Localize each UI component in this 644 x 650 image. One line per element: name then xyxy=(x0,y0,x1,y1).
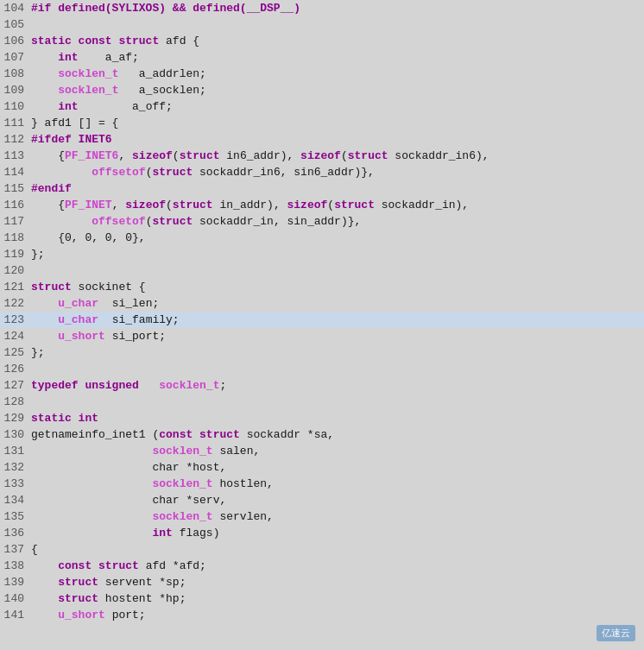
code-token: hostlen, xyxy=(213,477,274,490)
line-number: 133 xyxy=(0,476,31,492)
code-token: u_char xyxy=(58,297,98,310)
code-content: offsetof(struct sockaddr_in6, sin6_addr)… xyxy=(31,164,644,180)
line-number: 110 xyxy=(0,98,31,115)
code-token: sockaddr_in6, sin6_addr)}, xyxy=(193,166,375,179)
code-content: socklen_t hostlen, xyxy=(31,476,644,492)
table-row: 136 int flags) xyxy=(0,525,644,541)
line-number: 123 xyxy=(0,312,31,328)
table-row: 110 int a_off; xyxy=(0,98,644,115)
code-token xyxy=(31,84,58,97)
code-token: ( xyxy=(327,199,334,211)
line-number: 128 xyxy=(0,394,31,410)
code-content: {PF_INET6, sizeof(struct in6_addr), size… xyxy=(31,148,644,164)
code-token: } afd1 [] = { xyxy=(31,117,118,129)
code-content: #ifdef INET6 xyxy=(31,131,644,148)
code-token: si_port; xyxy=(105,330,166,343)
line-number: 120 xyxy=(0,262,31,279)
code-token: sockaddr_in, sin_addr)}, xyxy=(193,215,361,228)
table-row: 134 char *serv, xyxy=(0,492,644,508)
line-number: 126 xyxy=(0,361,31,377)
code-token: in_addr), xyxy=(213,199,287,211)
table-row: 129static int xyxy=(0,410,644,426)
code-token: { xyxy=(31,149,65,162)
code-token: hostent *hp; xyxy=(98,592,186,605)
table-row: 108 socklen_t a_addrlen; xyxy=(0,66,644,82)
code-content xyxy=(31,262,644,279)
table-row: 107 int a_af; xyxy=(0,49,644,66)
code-content: }; xyxy=(31,344,644,361)
code-content: socklen_t servlen, xyxy=(31,508,644,525)
line-number: 115 xyxy=(0,180,31,197)
table-row: 114 offsetof(struct sockaddr_in6, sin6_a… xyxy=(0,164,644,180)
code-token xyxy=(31,166,92,179)
line-number: 139 xyxy=(0,574,31,590)
table-row: 124 u_short si_port; xyxy=(0,328,644,344)
code-token: sizeof xyxy=(300,149,341,162)
line-number: 132 xyxy=(0,459,31,476)
code-token xyxy=(31,559,58,572)
code-token xyxy=(31,313,58,326)
code-token: ( xyxy=(173,149,180,162)
code-token: getnameinfo_inet1 ( xyxy=(31,428,159,441)
code-content: u_short si_port; xyxy=(31,328,644,344)
code-content: u_short port; xyxy=(31,607,644,623)
code-token: in6_addr), xyxy=(219,149,300,162)
code-content: u_char si_family; xyxy=(31,312,644,328)
code-token: socklen_t xyxy=(152,510,212,523)
code-token: sockaddr_in6), xyxy=(388,149,489,162)
code-token: char *host, xyxy=(31,461,226,474)
code-content xyxy=(31,16,644,33)
table-row: 119}; xyxy=(0,246,644,262)
table-row: 131 socklen_t salen, xyxy=(0,443,644,459)
code-token: static const struct xyxy=(31,35,159,47)
code-token: int xyxy=(152,527,172,540)
line-number: 129 xyxy=(0,410,31,426)
code-token: socklen_t xyxy=(159,379,219,392)
code-token xyxy=(31,477,152,490)
code-content: typedef unsigned socklen_t; xyxy=(31,377,644,394)
code-token: afd { xyxy=(159,35,199,47)
code-token: #ifdef INET6 xyxy=(31,133,112,146)
code-content: int a_off; xyxy=(31,98,644,115)
code-content xyxy=(31,394,644,410)
table-row: 140 struct hostent *hp; xyxy=(0,590,644,607)
code-token: struct xyxy=(152,215,193,228)
code-token: , xyxy=(118,149,132,162)
code-token: ( xyxy=(341,149,348,162)
line-number: 122 xyxy=(0,295,31,312)
line-number: 112 xyxy=(0,131,31,148)
code-token: { xyxy=(31,199,65,211)
line-number: 111 xyxy=(0,115,31,131)
code-content: int a_af; xyxy=(31,49,644,66)
code-token: sizeof xyxy=(287,199,328,211)
table-row: 123 u_char si_family; xyxy=(0,312,644,328)
code-token: sockinet { xyxy=(72,281,146,293)
table-row: 132 char *host, xyxy=(0,459,644,476)
code-token: char *serv, xyxy=(31,494,226,507)
code-token: struct xyxy=(31,281,72,293)
table-row: 117 offsetof(struct sockaddr_in, sin_add… xyxy=(0,213,644,230)
code-token: a_af; xyxy=(79,51,139,64)
code-token: struct xyxy=(180,149,220,162)
table-row: 109 socklen_t a_socklen; xyxy=(0,82,644,98)
code-token xyxy=(31,67,58,80)
code-token: a_socklen; xyxy=(118,84,205,97)
line-number: 114 xyxy=(0,164,31,180)
code-token xyxy=(31,100,58,113)
code-token xyxy=(31,297,58,310)
code-token xyxy=(31,445,152,458)
code-token xyxy=(139,379,159,392)
code-token: ; xyxy=(219,379,226,392)
code-token: u_short xyxy=(58,330,105,343)
code-content: socklen_t a_addrlen; xyxy=(31,66,644,82)
table-row: 116 {PF_INET, sizeof(struct in_addr), si… xyxy=(0,197,644,213)
code-token: offsetof xyxy=(92,215,145,228)
code-token xyxy=(31,510,152,523)
line-number: 109 xyxy=(0,82,31,98)
line-number: 119 xyxy=(0,246,31,262)
line-number: 130 xyxy=(0,426,31,443)
code-token: socklen_t xyxy=(58,84,118,97)
code-content: getnameinfo_inet1 (const struct sockaddr… xyxy=(31,426,644,443)
code-token: sockaddr *sa, xyxy=(240,428,334,441)
line-number: 136 xyxy=(0,525,31,541)
